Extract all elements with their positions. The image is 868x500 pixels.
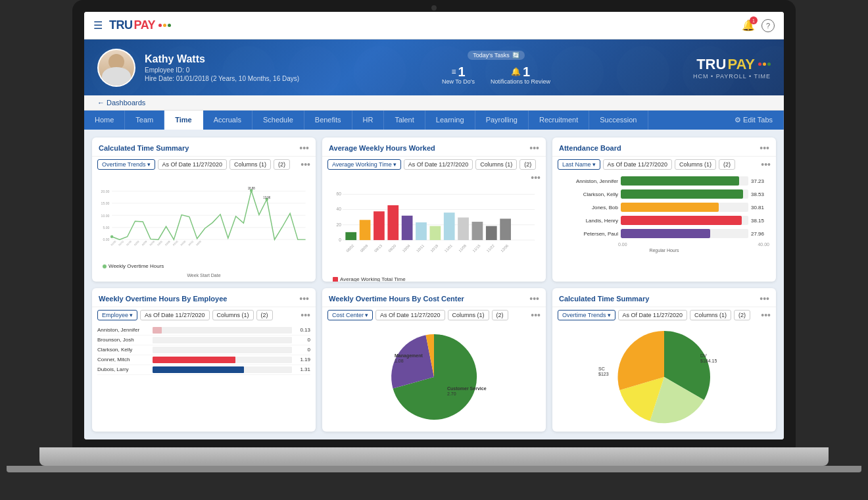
card6-more[interactable]: ••• [761,310,771,320]
svg-text:60: 60 [337,191,342,196]
card1-more[interactable]: ••• [301,159,310,170]
card2-filter2[interactable]: As Of Date 11/27/2020 [404,159,473,170]
card4-menu[interactable]: ••• [299,293,309,304]
card4-filter1[interactable]: Employee ▾ [97,310,137,320]
card3-body: Anniston, Jennifer 37.23 Clarkson, Kelly [552,172,776,282]
topbar-left: ☰ TRU PAY [93,18,171,32]
tab-recruitment[interactable]: Recruitment [529,111,589,130]
new-todos-item: ≡ 1 New To Do's [442,65,475,85]
card2-body: 60 40 20 0 [322,186,546,282]
card5-menu[interactable]: ••• [529,293,539,304]
tab-hr[interactable]: HR [352,111,385,130]
svg-text:0.00: 0.00 [103,238,109,241]
tab-team[interactable]: Team [125,111,164,130]
card6-filter2[interactable]: As Of Date 11/27/2020 [618,310,688,320]
tab-schedule[interactable]: Schedule [253,111,304,130]
tab-edit-tabs[interactable]: ⚙ Edit Tabs [724,111,784,130]
profile-name: Kathy Watts [145,53,299,65]
card2-filter1[interactable]: Average Working Time ▾ [327,159,401,170]
logo-pay: PAY [134,18,156,32]
card3-axis-x: Regular Hours [559,248,769,253]
attendance-row-3: Jones, Bob 30.81 [559,203,769,212]
card2-more[interactable]: ••• [531,172,541,183]
svg-text:08/02: 08/02 [345,243,354,253]
card6-filter3[interactable]: Columns (1) [690,310,731,320]
card3-filter1[interactable]: Last Name ▾ [558,159,600,170]
svg-text:02/09: 02/09 [141,240,147,246]
card-overtime-by-employee: Weekly Overtime Hours By Employee ••• Em… [92,288,316,432]
tab-time[interactable]: Time [164,111,203,130]
employee-name-5: Petersen, Paul [559,231,618,237]
attendance-row-1: Anniston, Jennifer 37.23 [559,176,769,186]
todays-tasks-label: Today's Tasks 🔄 [468,51,525,60]
notification-icon[interactable]: 🔔 1 [742,19,755,32]
card2-filter3[interactable]: Columns (1) [475,159,517,170]
tab-succession[interactable]: Succession [589,111,648,130]
card5-filter4[interactable]: (2) [492,310,508,320]
svg-text:10.00: 10.00 [101,214,110,218]
svg-rect-35 [345,232,356,240]
card1-filter4[interactable]: (2) [274,159,290,170]
card5-filter2[interactable]: As Of Date 11/27/2020 [375,310,445,320]
tab-accruals[interactable]: Accruals [203,111,253,130]
tab-benefits[interactable]: Benefits [304,111,352,130]
tab-learning[interactable]: Learning [425,111,475,130]
hamburger-menu[interactable]: ☰ [93,19,103,32]
trupay-tagline: HCM • PAYROLL • TIME [693,73,771,80]
card6-title: Calculated Time Summary [559,295,649,303]
card6-filter1[interactable]: Overtime Trends ▾ [558,310,615,320]
logo-tru: TRU [109,18,133,32]
dashboard-grid: Calculated Time Summary ••• Overtime Tre… [84,130,784,439]
card-avg-weekly-hours: Average Weekly Hours Worked ••• Average … [322,138,546,282]
tab-home[interactable]: Home [84,111,125,130]
profile-banner: Kathy Watts Employee ID: 0 Hire Date: 01… [84,39,784,95]
breadcrumb-text[interactable]: ← Dashboards [97,99,145,107]
card-calculated-summary-2: Calculated Time Summary ••• Overtime Tre… [552,288,776,432]
svg-text:5.00: 5.00 [103,226,109,230]
card1-menu[interactable]: ••• [299,143,309,153]
pie-chart-container: Management 1.08 Customer Service 2.70 [327,326,541,430]
card5-filter1[interactable]: Cost Center ▾ [327,310,373,320]
svg-rect-38 [387,205,398,240]
card4-filter3[interactable]: Columns (1) [212,310,254,320]
card4-filter2[interactable]: As Of Date 11/27/2020 [140,310,210,320]
card6-menu[interactable]: ••• [760,293,769,304]
card3-filter4[interactable]: (2) [719,159,735,170]
svg-text:20: 20 [337,222,342,227]
card4-filter4[interactable]: (2) [256,310,273,320]
card3-filter3[interactable]: Columns (1) [675,159,716,170]
card4-body: Anniston, Jennifer 0.13 Brounson, Josh [92,323,316,432]
tab-talent[interactable]: Talent [384,111,425,130]
card3-title: Attendance Board [559,144,621,152]
emp-row-4: Conner, Mitch 1.19 [97,355,310,365]
help-button[interactable]: ? [761,19,775,32]
card1-filter2[interactable]: As Of Date 11/27/2020 [158,159,228,170]
card5-more[interactable]: ••• [531,310,541,320]
card1-axis-x: Week Start Date [97,273,310,278]
card1-filter3[interactable]: Columns (1) [229,159,271,170]
svg-text:0: 0 [339,238,341,242]
emp-row-3: Clarkson, Kelly 0 [97,345,310,355]
attendance-row-5: Petersen, Paul 27.96 [559,229,769,238]
card4-more[interactable]: ••• [301,310,310,320]
svg-text:11/08: 11/08 [458,243,467,253]
logo-dots [158,24,171,27]
card3-filter2[interactable]: As Of Date 11/27/2020 [603,159,673,170]
avatar [97,49,135,87]
card2-filter4[interactable]: (2) [519,159,536,170]
card6-filter4[interactable]: (2) [734,310,750,320]
svg-text:05/03: 05/03 [196,240,202,246]
hire-date: Hire Date: 01/01/2018 (2 Years, 10 Month… [145,75,299,82]
card5-filter3[interactable]: Columns (1) [448,310,489,320]
card3-more[interactable]: ••• [761,159,771,170]
avatar-person [99,50,134,86]
svg-text:10/11: 10/11 [416,243,425,253]
card1-filter1[interactable]: Overtime Trends ▾ [97,159,155,170]
card2-title: Average Weekly Hours Worked [329,144,435,152]
card3-menu[interactable]: ••• [760,143,769,153]
svg-rect-43 [458,218,469,240]
tab-payrolling[interactable]: Payrolling [475,111,529,130]
svg-text:$184.15: $184.15 [700,359,717,363]
emp-row-5: Dubois, Larry 1.31 [97,365,310,375]
card2-menu[interactable]: ••• [529,143,539,153]
